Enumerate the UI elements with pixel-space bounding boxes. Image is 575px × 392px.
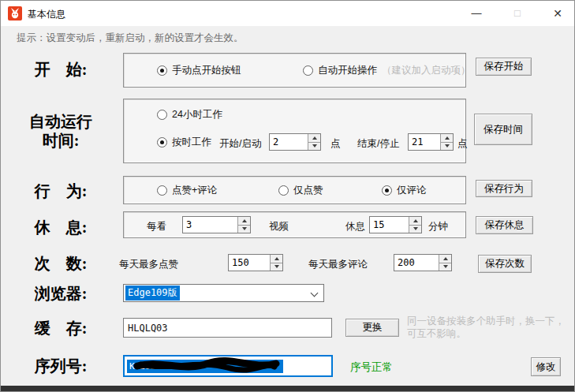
radio-scheduled-label: 按时工作 <box>172 136 211 149</box>
radio-manual-start-label: 手动点开始按钮 <box>172 64 241 77</box>
cache-row-label: 缓 存: <box>10 318 111 339</box>
rest-minutes-spinner[interactable]: 15 <box>369 216 422 233</box>
radio-manual-start[interactable]: 手动点开始按钮 <box>157 64 241 77</box>
browser-row-label: 浏览器: <box>10 283 111 304</box>
radio-like-and-comment-label: 点赞+评论 <box>172 184 217 197</box>
cache-input[interactable]: HLQLQ03 <box>123 318 332 338</box>
close-button[interactable]: ✕ <box>540 1 575 26</box>
save-rest-button[interactable]: 保存休息 <box>476 216 533 234</box>
radio-unselected-icon <box>278 185 289 196</box>
spin-down-icon[interactable] <box>439 263 451 271</box>
end-hour-unit: 点 <box>457 137 468 151</box>
spinner-buttons[interactable] <box>308 134 320 150</box>
rest-unit: 分钟 <box>428 220 448 233</box>
cache-note-line1: 同一设备按装多个助手时，换一下， <box>407 315 565 327</box>
start-hour-spinner[interactable]: 2 <box>269 133 321 151</box>
radio-comment-only[interactable]: 仅评论 <box>382 184 427 196</box>
save-time-button[interactable]: 保存时间 <box>474 114 532 145</box>
auto-start-note: （建议加入启动项） <box>382 64 471 77</box>
radio-selected-icon <box>157 65 167 76</box>
max-comments-spinner[interactable]: 200 <box>394 254 452 271</box>
cache-note: 同一设备按装多个助手时，换一下， 可互不影响。 <box>407 315 565 340</box>
chevron-down-icon <box>311 289 319 297</box>
save-counts-button[interactable]: 保存次数 <box>478 255 532 273</box>
window-title: 基本信息 <box>28 8 65 21</box>
titlebar: 基本信息 — □ ✕ <box>1 1 574 26</box>
runtime-row-label: 自动运行 时间: <box>10 112 111 150</box>
spin-up-icon[interactable] <box>238 217 250 226</box>
save-behavior-button[interactable]: 保存行为 <box>476 180 532 197</box>
rest-minutes-value: 15 <box>370 217 384 233</box>
watch-count-value: 3 <box>183 217 192 233</box>
radio-unselected-icon <box>303 65 313 76</box>
minimize-button[interactable]: — <box>459 1 494 26</box>
hint-text: 提示：设置变动后，重新启动，新的设置才会生效。 <box>17 32 244 45</box>
spin-up-icon[interactable] <box>271 255 282 263</box>
rest-label: 休息 <box>345 220 365 233</box>
runtime-label-line1: 自动运行 <box>10 112 111 131</box>
start-row-label: 开 始: <box>10 59 111 80</box>
spin-down-icon[interactable] <box>271 263 282 271</box>
rest-row-label: 休 息: <box>10 217 111 238</box>
save-start-button[interactable]: 保存开始 <box>476 58 532 76</box>
radio-24h-label: 24小时工作 <box>172 108 222 121</box>
app-rabbit-icon <box>8 6 22 21</box>
serial-input[interactable]: KC202E05 <box>123 355 333 377</box>
start-hour-unit: 点 <box>330 137 341 151</box>
spin-down-icon[interactable] <box>409 226 421 233</box>
basic-info-window: 基本信息 — □ ✕ 提示：设置变动后，重新启动，新的设置才会生效。 开 始: … <box>0 0 575 392</box>
browser-selected-option: Edge109版 <box>125 286 180 301</box>
radio-24h-work[interactable]: 24小时工作 <box>157 108 222 121</box>
serial-status: 序号正常 <box>350 360 393 375</box>
counts-row-label: 次 数: <box>10 253 111 274</box>
spinner-buttons[interactable] <box>439 255 451 271</box>
max-comments-label: 每天最多评论 <box>308 258 368 271</box>
max-likes-value: 150 <box>229 255 249 271</box>
radio-like-only[interactable]: 仅点赞 <box>278 184 323 196</box>
watch-label: 每看 <box>147 220 166 233</box>
end-hour-value: 21 <box>409 134 423 150</box>
runtime-label-line2: 时间: <box>10 131 111 150</box>
radio-auto-start-label: 自动开始操作 <box>318 64 377 77</box>
bottom-edge <box>1 386 574 391</box>
cache-note-line2: 可互不影响。 <box>407 327 565 340</box>
start-hour-label: 开始/启动 <box>219 137 261 151</box>
maximize-button[interactable]: □ <box>500 1 535 26</box>
spin-down-icon[interactable] <box>238 226 250 233</box>
watch-unit: 视频 <box>269 220 289 233</box>
spin-up-icon[interactable] <box>409 217 421 226</box>
radio-unselected-icon <box>157 185 167 196</box>
radio-like-only-label: 仅点赞 <box>293 184 323 197</box>
end-hour-label: 结束/停止 <box>357 137 399 151</box>
watch-count-spinner[interactable]: 3 <box>182 216 251 233</box>
radio-auto-start[interactable]: 自动开始操作 （建议加入启动项） <box>303 64 471 77</box>
browser-select[interactable]: Edge109版 <box>123 284 324 302</box>
radio-comment-only-label: 仅评论 <box>397 184 427 197</box>
edit-serial-button[interactable]: 修改 <box>531 357 561 376</box>
end-hour-spinner[interactable]: 21 <box>408 133 454 151</box>
max-likes-label: 每天最多点赞 <box>119 258 178 271</box>
spinner-buttons[interactable] <box>270 255 282 271</box>
max-likes-spinner[interactable]: 150 <box>228 254 283 271</box>
radio-selected-icon <box>382 185 392 196</box>
spinner-buttons[interactable] <box>440 134 453 150</box>
behavior-row-label: 行 为: <box>10 181 111 202</box>
start-hour-value: 2 <box>270 134 278 150</box>
spin-down-icon[interactable] <box>308 143 320 151</box>
radio-scheduled-work[interactable]: 按时工作 <box>157 136 211 148</box>
spinner-buttons[interactable] <box>409 217 421 233</box>
radio-selected-icon <box>157 137 167 147</box>
redaction-scribble <box>133 357 284 375</box>
spin-down-icon[interactable] <box>441 143 453 151</box>
radio-like-and-comment[interactable]: 点赞+评论 <box>157 184 217 196</box>
serial-row-label: 序列号: <box>10 356 111 377</box>
change-cache-button[interactable]: 更换 <box>345 319 399 337</box>
spin-up-icon[interactable] <box>439 255 451 263</box>
spinner-buttons[interactable] <box>237 217 250 233</box>
spin-up-icon[interactable] <box>441 134 453 143</box>
max-comments-value: 200 <box>394 255 415 271</box>
radio-unselected-icon <box>157 110 167 120</box>
spin-up-icon[interactable] <box>308 134 320 143</box>
